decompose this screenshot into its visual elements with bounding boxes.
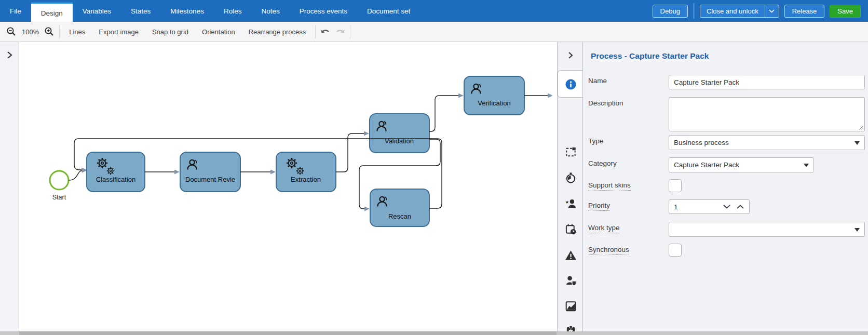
tab-document-set[interactable]: Document set bbox=[357, 0, 420, 22]
rearrange-process-button[interactable]: Rearrange process bbox=[242, 28, 313, 36]
zoom-in-icon[interactable] bbox=[42, 24, 57, 39]
edge-validation-to-verification[interactable] bbox=[429, 96, 459, 131]
name-input[interactable] bbox=[669, 75, 865, 89]
main-tabs: File Design Variables States Milestones … bbox=[0, 0, 420, 22]
type-select[interactable]: Business process bbox=[669, 135, 865, 150]
horizontal-scrollbar[interactable] bbox=[0, 331, 868, 335]
selection-marquee-icon[interactable] bbox=[564, 145, 577, 158]
redo-icon[interactable] bbox=[333, 24, 347, 39]
type-value: Business process bbox=[674, 139, 729, 146]
category-label: Category bbox=[588, 159, 617, 167]
analytics-chart-icon[interactable] bbox=[564, 300, 577, 312]
support-skins-checkbox[interactable] bbox=[669, 179, 682, 192]
close-and-unlock-button[interactable]: Close and unlock bbox=[700, 5, 779, 18]
calendar-clock-icon[interactable] bbox=[564, 223, 577, 235]
type-label: Type bbox=[588, 137, 603, 145]
node-document-review[interactable]: Document Revie bbox=[180, 152, 240, 192]
properties-panel: Process - Capture Starter Pack Name Desc… bbox=[582, 42, 868, 331]
category-select[interactable]: Capture Starter Pack bbox=[669, 157, 814, 172]
node-label: Rescan bbox=[388, 212, 411, 220]
topbar-separator bbox=[693, 3, 695, 19]
warning-icon[interactable] bbox=[564, 249, 577, 261]
node-start-event[interactable]: Start bbox=[50, 171, 69, 201]
timer-icon[interactable] bbox=[564, 171, 577, 184]
support-skins-label: Support skins bbox=[588, 181, 631, 189]
top-menu-bar: File Design Variables States Milestones … bbox=[0, 0, 868, 22]
lines-button[interactable]: Lines bbox=[62, 28, 92, 36]
node-classification[interactable]: Classification bbox=[87, 152, 145, 192]
category-value: Capture Starter Pack bbox=[674, 161, 739, 169]
node-label: Verification bbox=[478, 99, 511, 107]
zoom-level: 100% bbox=[19, 28, 42, 36]
tab-file[interactable]: File bbox=[0, 0, 31, 22]
collapse-panel-chevron-icon[interactable] bbox=[564, 49, 577, 61]
node-label: Start bbox=[52, 194, 66, 201]
tab-notes[interactable]: Notes bbox=[251, 0, 289, 22]
priority-value: 1 bbox=[674, 203, 678, 211]
info-tab-active[interactable] bbox=[558, 70, 583, 98]
design-toolbar: 100% Lines Export image Snap to grid Ori… bbox=[0, 22, 868, 42]
undo-icon[interactable] bbox=[318, 24, 333, 39]
node-label: Validation bbox=[385, 137, 414, 145]
toolbar-separator bbox=[350, 25, 350, 38]
save-button[interactable]: Save bbox=[830, 5, 861, 18]
work-type-select[interactable] bbox=[669, 222, 865, 237]
node-validation[interactable]: Validation bbox=[370, 114, 429, 153]
export-image-button[interactable]: Export image bbox=[92, 28, 145, 36]
properties-icon-strip: ★ bbox=[557, 42, 582, 331]
work-type-label: Work type bbox=[588, 224, 620, 232]
top-action-buttons: Debug Close and unlock Release Save bbox=[653, 0, 868, 22]
priority-increment-chevron-icon[interactable] bbox=[735, 202, 746, 212]
close-and-unlock-label: Close and unlock bbox=[700, 7, 765, 15]
priority-label: Priority bbox=[588, 202, 610, 209]
node-label: Document Revie bbox=[185, 176, 235, 183]
tab-process-events[interactable]: Process events bbox=[290, 0, 357, 22]
chevron-down-icon bbox=[855, 228, 860, 232]
scrollbar-thumb[interactable] bbox=[19, 331, 557, 335]
toolbar-separator bbox=[59, 25, 60, 38]
tab-states[interactable]: States bbox=[121, 0, 160, 22]
synchronous-checkbox[interactable] bbox=[669, 244, 682, 257]
node-rescan[interactable]: Rescan bbox=[370, 189, 429, 226]
synchronous-label: Synchronous bbox=[588, 246, 629, 253]
panel-title: Process - Capture Starter Pack bbox=[591, 51, 709, 61]
user-star-icon[interactable]: ★ bbox=[564, 197, 577, 210]
tab-variables[interactable]: Variables bbox=[73, 0, 121, 22]
tab-roles[interactable]: Roles bbox=[214, 0, 252, 22]
chevron-down-icon[interactable] bbox=[765, 5, 779, 17]
chevron-down-icon bbox=[804, 164, 809, 167]
edge-start-to-classification[interactable] bbox=[69, 170, 83, 180]
toolbar-separator bbox=[315, 25, 316, 38]
release-button[interactable]: Release bbox=[784, 5, 825, 18]
description-label: Description bbox=[588, 99, 623, 107]
node-verification[interactable]: Verification bbox=[464, 76, 524, 115]
snap-to-grid-button[interactable]: Snap to grid bbox=[145, 28, 195, 36]
expand-palette-chevron-icon[interactable] bbox=[4, 49, 15, 61]
priority-stepper[interactable]: 1 bbox=[669, 199, 750, 214]
svg-text:★: ★ bbox=[565, 199, 569, 204]
description-input[interactable] bbox=[669, 97, 865, 131]
process-designer-window: File Design Variables States Milestones … bbox=[0, 0, 868, 335]
node-extraction[interactable]: Extraction bbox=[276, 152, 336, 192]
zoom-controls: 100% bbox=[0, 24, 57, 39]
edge-extraction-to-validation[interactable] bbox=[336, 133, 364, 172]
chevron-down-icon bbox=[855, 141, 860, 145]
process-diagram-canvas[interactable]: Start Classification Document Revie Extr… bbox=[19, 42, 557, 331]
node-label: Classification bbox=[96, 176, 136, 183]
zoom-out-icon[interactable] bbox=[4, 24, 19, 39]
orientation-button[interactable]: Orientation bbox=[195, 28, 242, 36]
priority-decrement-chevron-icon[interactable] bbox=[721, 202, 733, 212]
process-diagram: Start Classification Document Revie Extr… bbox=[19, 42, 557, 331]
tab-milestones[interactable]: Milestones bbox=[160, 0, 214, 22]
info-icon bbox=[564, 78, 577, 90]
name-label: Name bbox=[588, 77, 607, 85]
tab-design[interactable]: Design bbox=[31, 3, 73, 22]
left-palette-strip bbox=[0, 42, 19, 331]
user-badge-icon[interactable] bbox=[564, 274, 577, 287]
debug-button[interactable]: Debug bbox=[653, 5, 688, 18]
node-label: Extraction bbox=[291, 176, 321, 183]
